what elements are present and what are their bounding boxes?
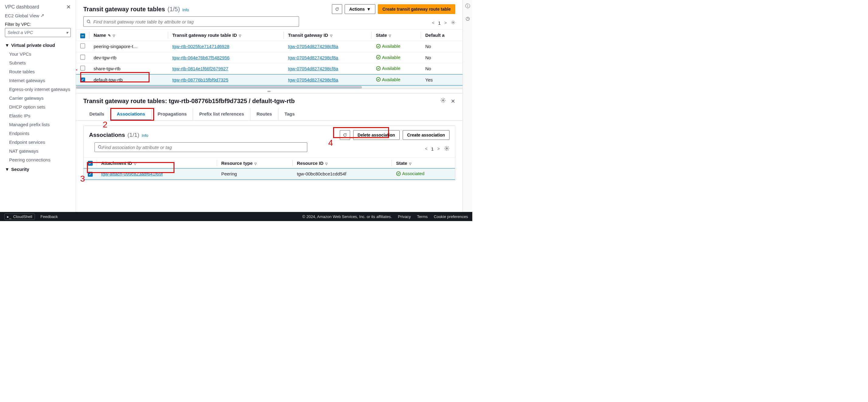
nav-endpoint-services[interactable]: Endpoint services xyxy=(5,138,71,147)
nav-managed-prefix-lists[interactable]: Managed prefix lists xyxy=(5,120,71,129)
tab-tags[interactable]: Tags xyxy=(278,108,301,120)
detail-close-icon[interactable]: ✕ xyxy=(451,98,455,105)
sidebar-title[interactable]: VPC dashboard xyxy=(5,4,39,10)
table-row[interactable]: share-tgw-rtb tgw-rtb-0814e1f66f2679927 … xyxy=(76,63,463,75)
horizontal-scrollbar[interactable] xyxy=(76,85,463,88)
rtb-id-link[interactable]: tgw-rtb-064e76b67f5482956 xyxy=(172,55,229,60)
refresh-button[interactable] xyxy=(332,4,342,14)
diagnostics-rail-icon[interactable]: ◷ xyxy=(466,16,470,21)
row-checkbox[interactable] xyxy=(80,66,85,70)
cookie-prefs-link[interactable]: Cookie preferences xyxy=(434,214,468,219)
section-security-heading[interactable]: ▼ Security xyxy=(5,167,71,172)
nav-peering-connections[interactable]: Peering connections xyxy=(5,155,71,164)
detail-tabs: Details Associations Propagations Prefix… xyxy=(76,106,463,121)
privacy-link[interactable]: Privacy xyxy=(398,214,411,219)
assoc-search-input[interactable] xyxy=(102,145,304,150)
assoc-refresh-button[interactable] xyxy=(340,130,350,140)
actions-button[interactable]: Actions ▼ xyxy=(345,4,375,14)
row-checkbox[interactable]: ✓ xyxy=(88,172,93,177)
close-sidebar-icon[interactable]: ✕ xyxy=(66,4,71,10)
associations-info-link[interactable]: Info xyxy=(142,133,148,138)
create-button-label: Create transit gateway route table xyxy=(382,7,451,11)
info-rail-icon[interactable]: ⓘ xyxy=(465,3,470,9)
route-tables-table: Name ✎▽ Transit gateway route table ID▽ … xyxy=(76,29,463,85)
col-name[interactable]: Name ✎▽ xyxy=(89,29,168,41)
table-row[interactable]: dev-tgw-rtb tgw-rtb-064e76b67f5482956 tg… xyxy=(76,52,463,63)
external-link-icon: ↗ xyxy=(40,13,44,18)
col-state[interactable]: State▽ xyxy=(372,29,421,41)
cell-default: No xyxy=(421,63,463,75)
sort-icon: ▽ xyxy=(325,162,328,166)
cell-name: dev-tgw-rtb xyxy=(89,52,168,63)
nav-route-tables[interactable]: Route tables xyxy=(5,67,71,76)
nav-endpoints[interactable]: Endpoints xyxy=(5,129,71,138)
ec2-global-view-link[interactable]: EC2 Global View ↗ xyxy=(5,13,44,18)
assoc-gear-icon[interactable] xyxy=(444,146,450,152)
cloudshell-button[interactable]: ▸_ CloudShell xyxy=(4,213,35,220)
sort-icon: ▽ xyxy=(134,162,136,166)
detail-gear-icon[interactable] xyxy=(440,97,446,105)
col-attachment-id[interactable]: Attachment ID▽ xyxy=(97,158,217,169)
tab-prefix-list[interactable]: Prefix list references xyxy=(193,108,250,120)
terms-link[interactable]: Terms xyxy=(417,214,428,219)
vpc-select[interactable]: Select a VPC ▾ xyxy=(5,28,71,37)
search-associations[interactable] xyxy=(95,142,307,152)
delete-association-button[interactable]: Delete association xyxy=(353,130,400,140)
col-resource-id[interactable]: Resource ID▽ xyxy=(293,158,392,169)
detail-panel: Transit gateway route tables: tgw-rtb-08… xyxy=(76,93,463,212)
create-route-table-button[interactable]: Create transit gateway route table xyxy=(378,4,455,14)
search-input[interactable] xyxy=(93,19,296,24)
tgw-id-link[interactable]: tgw-07054d8274298cf8a xyxy=(288,44,338,49)
tgw-id-link[interactable]: tgw-07054d8274298cf8a xyxy=(288,55,338,60)
state-badge: Available xyxy=(376,55,401,60)
rtb-id-link[interactable]: tgw-rtb-0025fce71471d6928 xyxy=(172,44,229,49)
nav-carrier-gateways[interactable]: Carrier gateways xyxy=(5,94,71,103)
nav-your-vpcs[interactable]: Your VPCs xyxy=(5,50,71,58)
tab-propagations[interactable]: Propagations xyxy=(152,108,193,120)
col-resource-type[interactable]: Resource type▽ xyxy=(217,158,293,169)
row-checkbox[interactable]: ✓ xyxy=(80,78,85,82)
table-row[interactable]: peering-singapore-t… tgw-rtb-0025fce7147… xyxy=(76,41,463,52)
assoc-select-all-checkbox[interactable]: ✓ xyxy=(88,161,93,166)
page-prev-icon[interactable]: < xyxy=(425,146,427,151)
rtb-id-link[interactable]: tgw-rtb-08776b15fbf9d7325 xyxy=(172,77,228,82)
associations-table: ✓ Attachment ID▽ Resource type▽ Resource… xyxy=(84,157,455,180)
nav-subnets[interactable]: Subnets xyxy=(5,58,71,67)
resize-handle[interactable]: ═ xyxy=(76,89,463,93)
nav-internet-gateways[interactable]: Internet gateways xyxy=(5,76,71,85)
nav-dhcp-option-sets[interactable]: DHCP option sets xyxy=(5,103,71,111)
tgw-id-link[interactable]: tgw-07054d8274298cf8a xyxy=(288,77,338,82)
refresh-icon xyxy=(335,7,339,11)
table-row[interactable]: ✓ default-tgw-rtb tgw-rtb-08776b15fbf9d7… xyxy=(76,74,463,85)
info-link[interactable]: Info xyxy=(182,8,189,12)
section-vpc-heading[interactable]: ▼ Virtual private cloud xyxy=(5,42,71,48)
page-prev-icon[interactable]: < xyxy=(432,20,434,25)
page-next-icon[interactable]: > xyxy=(437,146,440,151)
col-assoc-state[interactable]: State▽ xyxy=(392,158,455,169)
nav-nat-gateways[interactable]: NAT gateways xyxy=(5,147,71,155)
state-badge: Available xyxy=(376,77,401,82)
select-all-checkbox[interactable] xyxy=(80,33,85,38)
page-next-icon[interactable]: > xyxy=(444,20,447,25)
search-route-tables[interactable] xyxy=(83,17,299,27)
tab-associations[interactable]: Associations xyxy=(111,108,151,120)
settings-gear-icon[interactable] xyxy=(451,20,455,26)
sort-icon: ▽ xyxy=(113,34,115,37)
table-row[interactable]: ✓ tgw-attach-099c823adf641f69f Peering t… xyxy=(84,169,455,180)
row-checkbox[interactable] xyxy=(80,55,85,60)
nav-elastic-ips[interactable]: Elastic IPs xyxy=(5,111,71,120)
create-association-button[interactable]: Create association xyxy=(403,130,450,140)
nav-egress-gateways[interactable]: Egress-only internet gateways xyxy=(5,85,71,94)
col-rtb-id[interactable]: Transit gateway route table ID▽ xyxy=(168,29,284,41)
section-security-label: Security xyxy=(11,167,29,172)
col-default[interactable]: Default a xyxy=(421,29,463,41)
svg-point-8 xyxy=(446,147,448,149)
col-tgw-id[interactable]: Transit gateway ID▽ xyxy=(284,29,372,41)
row-checkbox[interactable] xyxy=(80,44,85,48)
tab-details[interactable]: Details xyxy=(83,108,111,120)
attachment-id-link[interactable]: tgw-attach-099c823adf641f69f xyxy=(101,171,163,176)
tgw-id-link[interactable]: tgw-07054d8274298cf8a xyxy=(288,66,338,71)
rtb-id-link[interactable]: tgw-rtb-0814e1f66f2679927 xyxy=(172,66,228,71)
tab-routes[interactable]: Routes xyxy=(250,108,278,120)
feedback-link[interactable]: Feedback xyxy=(40,214,58,219)
